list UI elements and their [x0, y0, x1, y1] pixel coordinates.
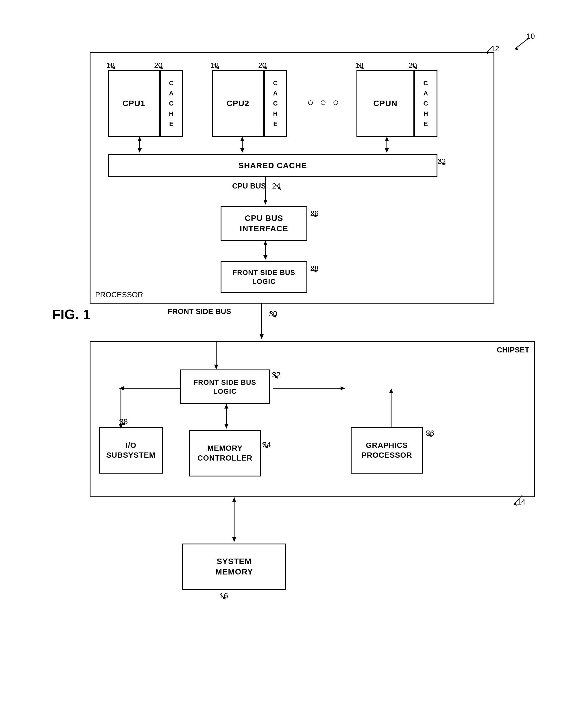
svg-marker-58: [119, 424, 123, 429]
gp-to-fsbl-arrow: [387, 387, 396, 430]
system-memory-box: SYSTEMMEMORY: [182, 544, 286, 590]
ref-36-arrow: [423, 429, 437, 440]
cpu-bus-interface-label: CPU BUSINTERFACE: [240, 213, 288, 234]
ellipsis: ○ ○ ○: [307, 96, 341, 108]
processor-box: PROCESSOR 12 CPU1 CACHE 18 20 CPU2: [89, 52, 495, 304]
svg-line-42: [514, 495, 523, 504]
chipset-label: CHIPSET: [497, 345, 529, 355]
svg-marker-21: [240, 137, 244, 141]
svg-marker-18: [138, 137, 142, 141]
system-memory-label: SYSTEMMEMORY: [215, 556, 253, 577]
svg-marker-49: [224, 424, 229, 429]
mc-to-sm-arrow: [230, 497, 239, 544]
shared-to-cpubus-arrow: [261, 177, 270, 206]
svg-marker-50: [224, 404, 229, 409]
ref-14-arrow: [509, 494, 527, 506]
ref-18c-arrow: [355, 61, 370, 73]
cpu1-to-shared-arrow: [135, 137, 144, 154]
shared-cache-label: SHARED CACHE: [238, 160, 307, 171]
ref-20a-arrow: [154, 61, 168, 73]
ref-24-arrow: [272, 182, 287, 193]
cpu-bus-interface-box: CPU BUSINTERFACE: [220, 206, 307, 241]
cpu1-label: CPU1: [123, 98, 145, 109]
ref-32-arrow: [269, 370, 284, 382]
diagram: 10 FIG. 1 PROCESSOR 12 CPU1 CACHE 18 20: [43, 29, 541, 708]
svg-marker-23: [385, 148, 389, 153]
ref-30-arrow: [267, 309, 282, 321]
cpu2-label: CPU2: [227, 98, 249, 109]
ref-10-arrow: [509, 35, 532, 52]
svg-marker-64: [389, 388, 393, 393]
io-subsystem-box: I/OSUBSYSTEM: [99, 427, 163, 474]
svg-marker-54: [341, 386, 345, 390]
svg-marker-35: [263, 241, 267, 245]
fsbl-to-mc-arrow: [222, 404, 231, 430]
memory-controller-box: MEMORYCONTROLLER: [189, 430, 261, 476]
cpubus-to-fsbl-arrow: [261, 241, 270, 261]
front-side-bus-label: FRONT SIDE BUS: [168, 307, 231, 316]
fsbl-to-gp-arrow: [270, 384, 351, 393]
io-subsystem-label: I/OSUBSYSTEM: [106, 441, 156, 460]
ref-26-arrow: [308, 209, 322, 220]
svg-marker-20: [240, 148, 244, 153]
fsbl-down-to-io-arrow: [116, 388, 125, 430]
svg-marker-28: [263, 200, 267, 205]
cpuN-label: CPUN: [373, 98, 397, 109]
cpu2-box: CPU2: [212, 70, 264, 137]
ref-20c-arrow: [408, 61, 423, 73]
svg-line-2: [486, 47, 492, 53]
svg-marker-24: [385, 137, 389, 141]
fsbl-to-io-arrow: [116, 384, 183, 393]
memory-controller-label: MEMORYCONTROLLER: [197, 443, 253, 463]
graphics-processor-box: GRAPHICSPROCESSOR: [351, 427, 423, 474]
fsbl-to-fsb-arrow: [257, 303, 266, 341]
cache2-box: CACHE: [264, 70, 287, 137]
cache1-label: CACHE: [169, 78, 174, 129]
cache1-box: CACHE: [160, 70, 183, 137]
cacheN-label: CACHE: [424, 78, 428, 129]
cpuN-box: CPUN: [356, 70, 414, 137]
ref-16-arrow: [217, 591, 231, 603]
fsb-to-chipset-arrow: [212, 342, 220, 371]
processor-label: PROCESSOR: [95, 290, 143, 299]
front-side-bus-logic-processor-box: FRONT SIDE BUSLOGIC: [220, 261, 307, 293]
svg-marker-66: [232, 537, 236, 542]
front-side-bus-logic-processor-label: FRONT SIDE BUSLOGIC: [233, 268, 295, 286]
svg-marker-45: [214, 365, 218, 369]
ref-22-arrow: [436, 157, 450, 168]
chipset-box: CHIPSET 14 FRONT SIDE BUSLOGIC 32: [89, 341, 535, 497]
ref-18b-arrow: [210, 61, 225, 73]
svg-marker-17: [138, 148, 142, 153]
ref-12-arrow: [483, 44, 498, 56]
cache2-label: CACHE: [273, 78, 278, 129]
cpu1-box: CPU1: [108, 70, 160, 137]
shared-cache-box: SHARED CACHE: [108, 154, 437, 177]
svg-marker-34: [263, 255, 267, 260]
svg-marker-67: [232, 497, 236, 502]
ref-18a-arrow: [106, 61, 121, 73]
front-side-bus-logic-chipset-label: FRONT SIDE BUSLOGIC: [194, 378, 257, 396]
ref-20b-arrow: [258, 61, 273, 73]
fig-label: FIG. 1: [52, 307, 90, 322]
cpu2-to-shared-arrow: [238, 137, 247, 154]
ref-28-arrow: [308, 264, 322, 276]
front-side-bus-logic-chipset-box: FRONT SIDE BUSLOGIC: [180, 369, 270, 404]
graphics-processor-label: GRAPHICSPROCESSOR: [362, 441, 412, 460]
cacheN-box: CACHE: [414, 70, 437, 137]
cpuN-to-shared-arrow: [382, 137, 391, 154]
ref-34-arrow: [260, 440, 274, 452]
svg-marker-39: [260, 334, 264, 339]
